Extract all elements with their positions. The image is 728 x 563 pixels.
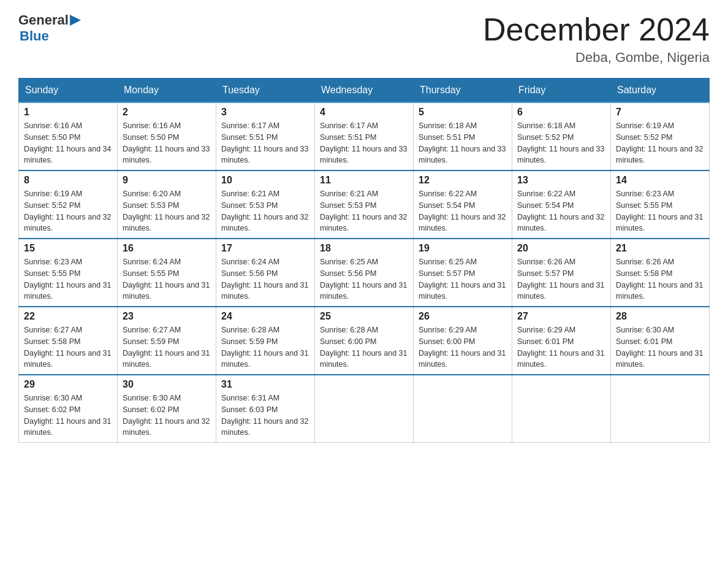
calendar-day-header: Tuesday [216,79,315,103]
day-number: 2 [123,107,211,118]
calendar-day-cell: 19Sunrise: 6:25 AMSunset: 5:57 PMDayligh… [414,239,512,307]
calendar-table: SundayMondayTuesdayWednesdayThursdayFrid… [18,78,710,443]
calendar-day-cell: 27Sunrise: 6:29 AMSunset: 6:01 PMDayligh… [512,307,611,375]
calendar-subtitle: Deba, Gombe, Nigeria [483,50,710,66]
day-info: Sunrise: 6:28 AMSunset: 6:00 PMDaylight:… [320,324,408,370]
calendar-day-cell: 24Sunrise: 6:28 AMSunset: 5:59 PMDayligh… [216,307,315,375]
calendar-day-cell: 18Sunrise: 6:25 AMSunset: 5:56 PMDayligh… [315,239,414,307]
calendar-day-cell: 22Sunrise: 6:27 AMSunset: 5:58 PMDayligh… [19,307,118,375]
day-number: 29 [24,379,112,390]
calendar-title: December 2024 [483,12,710,47]
calendar-day-cell: 11Sunrise: 6:21 AMSunset: 5:53 PMDayligh… [315,170,414,239]
day-info: Sunrise: 6:21 AMSunset: 5:53 PMDaylight:… [320,188,408,234]
calendar-day-header: Friday [512,79,611,103]
calendar-day-cell: 2Sunrise: 6:16 AMSunset: 5:50 PMDaylight… [118,102,216,170]
day-number: 11 [320,175,408,186]
calendar-week-row: 1Sunrise: 6:16 AMSunset: 5:50 PMDaylight… [19,102,710,170]
logo-text-general: General [18,12,69,28]
calendar-day-cell [414,375,512,443]
day-number: 5 [419,107,507,118]
day-info: Sunrise: 6:18 AMSunset: 5:52 PMDaylight:… [517,120,605,166]
day-info: Sunrise: 6:16 AMSunset: 5:50 PMDaylight:… [24,120,112,166]
calendar-day-cell: 4Sunrise: 6:17 AMSunset: 5:51 PMDaylight… [315,102,414,170]
day-number: 13 [517,175,605,186]
day-info: Sunrise: 6:22 AMSunset: 5:54 PMDaylight:… [517,188,605,234]
calendar-day-cell: 8Sunrise: 6:19 AMSunset: 5:52 PMDaylight… [19,170,118,239]
day-number: 10 [221,175,309,186]
title-block: December 2024 Deba, Gombe, Nigeria [483,12,710,66]
logo: General Blue [18,12,81,44]
day-number: 18 [320,243,408,254]
day-info: Sunrise: 6:19 AMSunset: 5:52 PMDaylight:… [24,188,112,234]
day-info: Sunrise: 6:29 AMSunset: 6:00 PMDaylight:… [419,324,507,370]
calendar-day-cell [512,375,611,443]
day-info: Sunrise: 6:24 AMSunset: 5:56 PMDaylight:… [221,256,309,302]
day-number: 1 [24,107,112,118]
day-info: Sunrise: 6:30 AMSunset: 6:02 PMDaylight:… [123,393,211,439]
calendar-week-row: 15Sunrise: 6:23 AMSunset: 5:55 PMDayligh… [19,239,710,307]
calendar-day-header: Thursday [414,79,512,103]
calendar-body: 1Sunrise: 6:16 AMSunset: 5:50 PMDaylight… [19,102,710,443]
calendar-day-cell: 1Sunrise: 6:16 AMSunset: 5:50 PMDaylight… [19,102,118,170]
day-info: Sunrise: 6:27 AMSunset: 5:59 PMDaylight:… [123,324,211,370]
day-info: Sunrise: 6:31 AMSunset: 6:03 PMDaylight:… [221,393,309,439]
day-number: 9 [123,175,211,186]
day-info: Sunrise: 6:23 AMSunset: 5:55 PMDaylight:… [616,188,704,234]
day-number: 8 [24,175,112,186]
calendar-day-cell: 9Sunrise: 6:20 AMSunset: 5:53 PMDaylight… [118,170,216,239]
day-info: Sunrise: 6:17 AMSunset: 5:51 PMDaylight:… [221,120,309,166]
day-info: Sunrise: 6:25 AMSunset: 5:56 PMDaylight:… [320,256,408,302]
calendar-day-cell: 30Sunrise: 6:30 AMSunset: 6:02 PMDayligh… [118,375,216,443]
day-number: 25 [320,311,408,322]
calendar-day-cell: 10Sunrise: 6:21 AMSunset: 5:53 PMDayligh… [216,170,315,239]
day-info: Sunrise: 6:20 AMSunset: 5:53 PMDaylight:… [123,188,211,234]
calendar-week-row: 22Sunrise: 6:27 AMSunset: 5:58 PMDayligh… [19,307,710,375]
day-info: Sunrise: 6:30 AMSunset: 6:02 PMDaylight:… [24,393,112,439]
day-number: 15 [24,243,112,254]
calendar-day-header: Saturday [611,79,710,103]
calendar-day-cell: 29Sunrise: 6:30 AMSunset: 6:02 PMDayligh… [19,375,118,443]
day-info: Sunrise: 6:16 AMSunset: 5:50 PMDaylight:… [123,120,211,166]
day-number: 7 [616,107,704,118]
day-info: Sunrise: 6:25 AMSunset: 5:57 PMDaylight:… [419,256,507,302]
calendar-week-row: 29Sunrise: 6:30 AMSunset: 6:02 PMDayligh… [19,375,710,443]
calendar-day-cell: 23Sunrise: 6:27 AMSunset: 5:59 PMDayligh… [118,307,216,375]
calendar-day-header: Wednesday [315,79,414,103]
calendar-day-cell: 16Sunrise: 6:24 AMSunset: 5:55 PMDayligh… [118,239,216,307]
day-number: 31 [221,379,309,390]
day-number: 22 [24,311,112,322]
page-header: General Blue December 2024 Deba, Gombe, … [18,12,710,66]
day-number: 3 [221,107,309,118]
calendar-week-row: 8Sunrise: 6:19 AMSunset: 5:52 PMDaylight… [19,170,710,239]
day-info: Sunrise: 6:19 AMSunset: 5:52 PMDaylight:… [616,120,704,166]
calendar-header-row: SundayMondayTuesdayWednesdayThursdayFrid… [19,79,710,103]
day-number: 4 [320,107,408,118]
calendar-day-cell: 20Sunrise: 6:26 AMSunset: 5:57 PMDayligh… [512,239,611,307]
day-number: 24 [221,311,309,322]
day-info: Sunrise: 6:29 AMSunset: 6:01 PMDaylight:… [517,324,605,370]
day-info: Sunrise: 6:21 AMSunset: 5:53 PMDaylight:… [221,188,309,234]
day-number: 16 [123,243,211,254]
calendar-day-cell: 15Sunrise: 6:23 AMSunset: 5:55 PMDayligh… [19,239,118,307]
day-number: 12 [419,175,507,186]
calendar-day-cell: 28Sunrise: 6:30 AMSunset: 6:01 PMDayligh… [611,307,710,375]
day-info: Sunrise: 6:18 AMSunset: 5:51 PMDaylight:… [419,120,507,166]
calendar-day-header: Monday [118,79,216,103]
day-info: Sunrise: 6:24 AMSunset: 5:55 PMDaylight:… [123,256,211,302]
day-info: Sunrise: 6:22 AMSunset: 5:54 PMDaylight:… [419,188,507,234]
day-info: Sunrise: 6:26 AMSunset: 5:58 PMDaylight:… [616,256,704,302]
day-number: 17 [221,243,309,254]
day-info: Sunrise: 6:30 AMSunset: 6:01 PMDaylight:… [616,324,704,370]
calendar-day-cell: 3Sunrise: 6:17 AMSunset: 5:51 PMDaylight… [216,102,315,170]
day-info: Sunrise: 6:23 AMSunset: 5:55 PMDaylight:… [24,256,112,302]
day-info: Sunrise: 6:17 AMSunset: 5:51 PMDaylight:… [320,120,408,166]
calendar-day-cell: 7Sunrise: 6:19 AMSunset: 5:52 PMDaylight… [611,102,710,170]
day-number: 14 [616,175,704,186]
day-info: Sunrise: 6:27 AMSunset: 5:58 PMDaylight:… [24,324,112,370]
day-number: 30 [123,379,211,390]
day-number: 19 [419,243,507,254]
calendar-day-cell [315,375,414,443]
calendar-day-cell: 6Sunrise: 6:18 AMSunset: 5:52 PMDaylight… [512,102,611,170]
calendar-day-cell: 25Sunrise: 6:28 AMSunset: 6:00 PMDayligh… [315,307,414,375]
calendar-day-cell: 14Sunrise: 6:23 AMSunset: 5:55 PMDayligh… [611,170,710,239]
